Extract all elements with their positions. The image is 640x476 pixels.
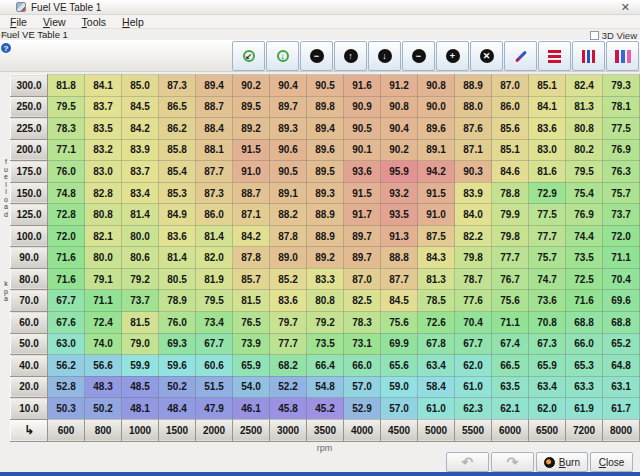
ve-cell[interactable]: 79.1 <box>85 268 122 290</box>
ve-cell[interactable]: 85.2 <box>270 268 307 290</box>
ve-cell[interactable]: 77.5 <box>603 118 640 140</box>
axis-corner-button[interactable]: ↳ <box>11 419 48 441</box>
ve-cell[interactable]: 83.2 <box>85 139 122 161</box>
ve-cell[interactable]: 80.8 <box>85 204 122 226</box>
ve-cell[interactable]: 46.1 <box>233 398 270 420</box>
ve-cell[interactable]: 66.5 <box>492 355 529 377</box>
ve-cell[interactable]: 65.3 <box>566 355 603 377</box>
ve-cell[interactable]: 69.9 <box>381 333 418 355</box>
ve-cell[interactable]: 88.0 <box>455 96 492 118</box>
ve-cell[interactable]: 91.7 <box>344 204 381 226</box>
ve-cell[interactable]: 87.6 <box>455 118 492 140</box>
ve-cell[interactable]: 64.8 <box>603 355 640 377</box>
ve-cell[interactable]: 91.3 <box>381 225 418 247</box>
ve-cell[interactable]: 89.4 <box>307 118 344 140</box>
ve-cell[interactable]: 75.4 <box>566 182 603 204</box>
x-axis-cell[interactable]: 5500 <box>455 419 492 441</box>
ve-cell[interactable]: 84.0 <box>455 204 492 226</box>
ve-cell[interactable]: 93.5 <box>381 204 418 226</box>
ve-cell[interactable]: 74.8 <box>48 182 85 204</box>
ve-cell[interactable]: 80.6 <box>122 247 159 269</box>
ve-cell[interactable]: 79.3 <box>603 75 640 97</box>
x-axis-cell[interactable]: 3500 <box>307 419 344 441</box>
ve-cell[interactable]: 73.4 <box>196 312 233 334</box>
ve-cell[interactable]: 93.6 <box>344 161 381 183</box>
ve-cell[interactable]: 73.7 <box>603 204 640 226</box>
ve-cell[interactable]: 61.0 <box>418 398 455 420</box>
ve-cell[interactable]: 84.5 <box>381 290 418 312</box>
ve-cell[interactable]: 87.5 <box>418 225 455 247</box>
ve-cell[interactable]: 87.3 <box>159 75 196 97</box>
ve-cell[interactable]: 76.9 <box>566 204 603 226</box>
ve-cell[interactable]: 81.8 <box>48 75 85 97</box>
ve-cell[interactable]: 88.7 <box>233 182 270 204</box>
ve-cell[interactable]: 86.0 <box>196 204 233 226</box>
ve-cell[interactable]: 90.3 <box>455 161 492 183</box>
ve-cell[interactable]: 79.2 <box>307 312 344 334</box>
ve-cell[interactable]: 83.9 <box>122 139 159 161</box>
menu-help[interactable]: Help <box>114 16 152 28</box>
ve-cell[interactable]: 51.5 <box>196 376 233 398</box>
ve-cell[interactable]: 62.0 <box>455 355 492 377</box>
ve-cell[interactable]: 93.2 <box>381 182 418 204</box>
ve-cell[interactable]: 63.5 <box>492 376 529 398</box>
ve-cell[interactable]: 90.4 <box>270 75 307 97</box>
ve-cell[interactable]: 62.0 <box>529 398 566 420</box>
ve-cell[interactable]: 45.2 <box>307 398 344 420</box>
ve-cell[interactable]: 59.6 <box>159 355 196 377</box>
ve-cell[interactable]: 89.8 <box>307 96 344 118</box>
ve-cell[interactable]: 72.8 <box>48 204 85 226</box>
ve-cell[interactable]: 88.9 <box>455 75 492 97</box>
ve-cell[interactable]: 65.9 <box>529 355 566 377</box>
x-axis-cell[interactable]: 7200 <box>566 419 603 441</box>
ve-cell[interactable]: 50.2 <box>159 376 196 398</box>
ve-cell[interactable]: 80.8 <box>307 290 344 312</box>
ve-cell[interactable]: 86.0 <box>492 96 529 118</box>
ve-cell[interactable]: 73.5 <box>566 247 603 269</box>
y-axis-cell[interactable]: 90.0 <box>11 247 48 269</box>
ve-cell[interactable]: 68.2 <box>270 355 307 377</box>
ve-cell[interactable]: 81.4 <box>122 204 159 226</box>
ve-cell[interactable]: 85.8 <box>159 139 196 161</box>
ve-cell[interactable]: 73.7 <box>122 290 159 312</box>
ve-cell[interactable]: 61.0 <box>455 376 492 398</box>
ve-cell[interactable]: 91.5 <box>344 182 381 204</box>
ve-cell[interactable]: 90.5 <box>307 75 344 97</box>
ve-cell[interactable]: 85.0 <box>122 75 159 97</box>
ve-cell[interactable]: 47.9 <box>196 398 233 420</box>
ve-cell[interactable]: 56.2 <box>48 355 85 377</box>
ve-cell[interactable]: 85.1 <box>492 139 529 161</box>
ve-cell[interactable]: 72.0 <box>603 225 640 247</box>
ve-cell[interactable]: 68.8 <box>603 312 640 334</box>
ve-cell[interactable]: 75.6 <box>381 312 418 334</box>
ve-cell[interactable]: 89.6 <box>418 118 455 140</box>
ve-cell[interactable]: 90.5 <box>270 161 307 183</box>
ve-cell[interactable]: 57.0 <box>344 376 381 398</box>
ve-cell[interactable]: 77.1 <box>48 139 85 161</box>
ve-cell[interactable]: 81.5 <box>122 312 159 334</box>
ve-cell[interactable]: 89.1 <box>418 139 455 161</box>
ve-cell[interactable]: 71.6 <box>48 268 85 290</box>
x-axis-cell[interactable]: 4500 <box>381 419 418 441</box>
ve-cell[interactable]: 88.1 <box>196 139 233 161</box>
y-axis-cell[interactable]: 50.0 <box>11 333 48 355</box>
ve-cell[interactable]: 89.7 <box>344 225 381 247</box>
ve-cell[interactable]: 78.3 <box>48 118 85 140</box>
ve-cell[interactable]: 89.6 <box>307 139 344 161</box>
ve-cell[interactable]: 77.7 <box>492 247 529 269</box>
ve-cell[interactable]: 54.8 <box>307 376 344 398</box>
ve-cell[interactable]: 84.3 <box>418 247 455 269</box>
ve-cell[interactable]: 72.4 <box>85 312 122 334</box>
ve-cell[interactable]: 83.4 <box>122 182 159 204</box>
y-axis-cell[interactable]: 200.0 <box>11 139 48 161</box>
ve-cell[interactable]: 83.9 <box>455 182 492 204</box>
ve-cell[interactable]: 80.8 <box>566 118 603 140</box>
ve-cell[interactable]: 63.1 <box>603 376 640 398</box>
ve-cell[interactable]: 70.4 <box>455 312 492 334</box>
ve-cell[interactable]: 89.3 <box>270 118 307 140</box>
ve-cell[interactable]: 83.0 <box>85 161 122 183</box>
multiply-button[interactable]: ✕ <box>470 41 503 71</box>
ve-cell[interactable]: 54.0 <box>233 376 270 398</box>
y-axis-cell[interactable]: 175.0 <box>11 161 48 183</box>
ve-cell[interactable]: 48.4 <box>159 398 196 420</box>
